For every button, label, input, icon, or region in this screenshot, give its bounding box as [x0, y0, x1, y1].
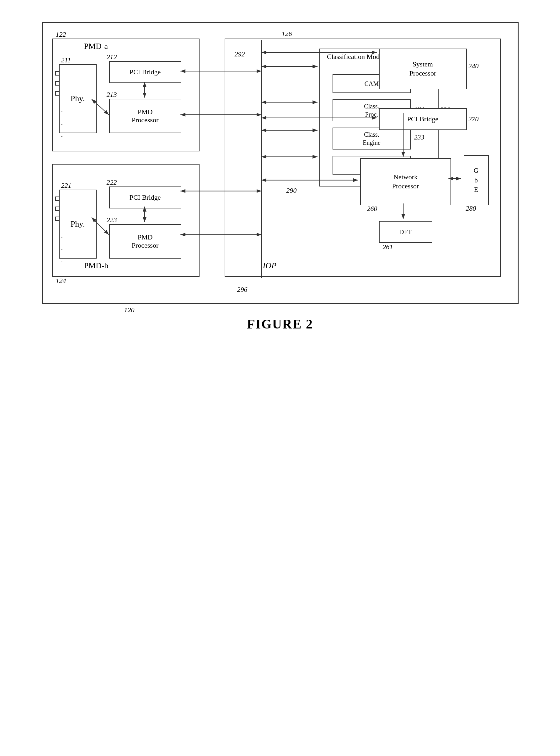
ref-270: 270	[468, 115, 479, 123]
class-engine-box: 233 Class. Engine	[333, 128, 411, 149]
dots-a: ···	[61, 106, 63, 143]
phy-port-b1	[55, 196, 60, 201]
class-proc-label: Class. Proc.	[364, 102, 379, 119]
iop-box: 126 IOP 230 Classification Module 231 CA…	[225, 39, 501, 277]
ref-280: 280	[466, 204, 476, 213]
ref-223: 223	[107, 216, 117, 224]
ref-292: 292	[235, 50, 245, 58]
phy-ports-b	[55, 196, 60, 221]
dots-b: ···	[61, 231, 63, 268]
pmd-b-label: PMD-b	[84, 261, 108, 271]
figure-label: FIGURE 2	[247, 317, 313, 332]
ref-240: 240	[468, 62, 479, 71]
ref-212: 212	[107, 53, 117, 61]
cam-label: CAM	[364, 80, 379, 88]
ref-290: 290	[286, 187, 297, 195]
ref-233: 233	[414, 133, 424, 142]
dft-box: 261 DFT	[379, 221, 432, 243]
pmd-a-box: 122 PMD-a 211 Phy. ··· 2	[52, 39, 200, 151]
ref-261: 261	[383, 243, 393, 251]
phy-port-b2	[55, 207, 60, 211]
ref-122: 122	[56, 30, 66, 39]
ref-120: 120	[124, 306, 135, 314]
net-proc-box: 260 Network Processor	[360, 158, 451, 205]
class-engine-label: Class. Engine	[363, 130, 381, 147]
pci-bridge-a-label: PCI Bridge	[129, 68, 161, 76]
phy-port-a1	[55, 71, 60, 76]
pmd-proc-b-label: PMD Processor	[132, 233, 159, 250]
page: 122 PMD-a 211 Phy. ··· 2	[0, 0, 560, 756]
sys-proc-label: System Processor	[409, 60, 436, 78]
ref-213: 213	[107, 90, 117, 99]
phy-ports-a	[55, 71, 60, 96]
ref-211: 211	[61, 56, 71, 64]
phy-port-b3	[55, 216, 60, 221]
phy-b-label: Phy.	[71, 219, 85, 229]
pci-bridge-b-label: PCI Bridge	[129, 193, 161, 202]
pci-bridge-b: 222 PCI Bridge	[109, 187, 181, 208]
net-proc-label: Network Processor	[392, 173, 419, 191]
pmd-proc-a: 213 PMD Processor	[109, 99, 181, 133]
iop-label: IOP	[263, 261, 276, 271]
ref-124: 124	[56, 277, 66, 285]
phy-port-a2	[55, 81, 60, 86]
pci-bridge-iop-label: PCI Bridge	[407, 115, 439, 123]
phy-box-b: 221 Phy. ···	[59, 190, 97, 258]
ref-296: 296	[237, 286, 247, 294]
diagram-area: 122 PMD-a 211 Phy. ··· 2	[29, 22, 531, 304]
pmd-a-label: PMD-a	[84, 42, 108, 51]
gbe-label: G b E	[474, 166, 479, 195]
phy-a-label: Phy.	[71, 94, 85, 103]
dft-label: DFT	[399, 228, 412, 236]
ref-221: 221	[61, 182, 72, 190]
ref-260: 260	[367, 204, 377, 213]
gbe-box: 280 G b E	[464, 155, 489, 205]
pmd-proc-b: 223 PMD Processor	[109, 224, 181, 258]
pci-bridge-a: 212 PCI Bridge	[109, 61, 181, 83]
pmd-b-box: 124 PMD-b 221 Phy. ··· 222	[52, 164, 200, 277]
phy-port-a3	[55, 91, 60, 96]
sys-proc-box: 240 System Processor	[379, 48, 467, 89]
pci-bridge-iop-box: 270 PCI Bridge	[379, 108, 467, 130]
phy-box-a: 211 Phy. ···	[59, 64, 97, 133]
ref-222: 222	[107, 178, 117, 187]
pmd-proc-a-label: PMD Processor	[132, 108, 159, 124]
ref-126: 126	[282, 30, 292, 38]
outer-box-120: 122 PMD-a 211 Phy. ··· 2	[42, 22, 519, 304]
